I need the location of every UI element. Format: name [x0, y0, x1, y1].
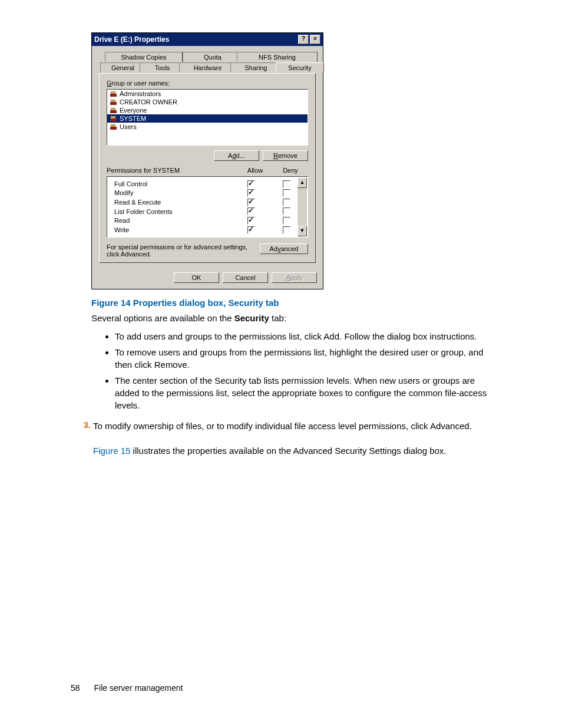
list-item[interactable]: CREATOR OWNER	[107, 98, 308, 106]
svg-rect-14	[110, 127, 117, 130]
list-item[interactable]: Everyone	[107, 106, 308, 114]
allow-checkbox[interactable]	[247, 180, 255, 188]
deny-checkbox[interactable]	[283, 180, 290, 188]
perm-row: Read	[107, 216, 308, 225]
group-icon	[110, 98, 117, 106]
svg-rect-5	[110, 102, 117, 105]
advanced-hint: For special permissions or for advanced …	[107, 243, 254, 258]
close-button[interactable]: ×	[310, 35, 320, 44]
perm-row: Full Control	[107, 179, 308, 189]
bullet-item: The center section of the Security tab l…	[115, 374, 491, 411]
bullet-list: To add users and groups to the permissio…	[103, 330, 491, 411]
svg-point-7	[113, 108, 116, 111]
svg-point-13	[113, 124, 116, 127]
deny-checkbox[interactable]	[283, 217, 290, 225]
svg-rect-2	[110, 94, 117, 97]
perm-row: Write	[107, 225, 308, 235]
group-user-label: Group or user names:	[107, 80, 308, 87]
deny-checkbox[interactable]	[283, 199, 290, 206]
perm-row: List Folder Contents	[107, 207, 308, 216]
section-name: File server management	[94, 683, 183, 693]
svg-rect-11	[110, 118, 117, 121]
perm-row: Read & Execute	[107, 197, 308, 207]
add-button[interactable]: Add...	[214, 150, 259, 161]
allow-checkbox[interactable]	[247, 226, 255, 234]
svg-rect-8	[110, 110, 117, 113]
svg-point-1	[113, 91, 116, 94]
page-number: 58	[71, 683, 80, 693]
security-panel: Group or user names: Administrators CREA…	[99, 73, 316, 263]
deny-checkbox[interactable]	[283, 207, 290, 215]
group-icon	[110, 90, 117, 97]
scroll-down-icon[interactable]: ▼	[297, 226, 307, 236]
list-item[interactable]: SYSTEM	[107, 114, 308, 123]
allow-checkbox[interactable]	[247, 199, 255, 206]
help-button[interactable]: ?	[298, 35, 309, 44]
allow-checkbox[interactable]	[247, 207, 255, 215]
tab-hardware[interactable]: Hardware	[179, 62, 236, 73]
tab-general[interactable]: General	[100, 62, 146, 73]
deny-checkbox[interactable]	[283, 226, 290, 234]
scroll-up-icon[interactable]: ▲	[297, 177, 307, 188]
page-footer: 58 File server management	[71, 683, 183, 693]
remove-button[interactable]: Remove	[263, 150, 308, 161]
group-icon	[110, 123, 117, 130]
cancel-button[interactable]: Cancel	[223, 272, 268, 283]
tab-tools[interactable]: Tools	[140, 62, 185, 73]
allow-checkbox[interactable]	[247, 189, 255, 197]
user-list[interactable]: Administrators CREATOR OWNER Everyone SY…	[107, 89, 308, 146]
figure-link[interactable]: Figure 15	[93, 446, 130, 456]
permissions-header: Permissions for SYSTEM Allow Deny	[107, 167, 308, 174]
group-icon	[110, 115, 117, 122]
tab-shadow-copies[interactable]: Shadow Copies	[105, 52, 183, 62]
svg-point-10	[113, 116, 116, 119]
perm-row: Modify	[107, 189, 308, 198]
bullet-item: To add users and groups to the permissio…	[115, 330, 491, 342]
dialog-title: Drive E (E:) Properties	[94, 35, 297, 44]
ordered-step: 3. To modify ownership of files, or to m…	[71, 420, 491, 457]
allow-checkbox[interactable]	[247, 217, 255, 225]
list-item[interactable]: Users	[107, 123, 308, 131]
tab-quota[interactable]: Quota	[183, 52, 243, 62]
ok-button[interactable]: OK	[174, 272, 219, 283]
tab-security[interactable]: Security	[276, 62, 324, 73]
permissions-list: Full Control Modify Read & Execute	[107, 176, 308, 238]
tab-sharing[interactable]: Sharing	[230, 62, 282, 73]
svg-point-4	[113, 100, 116, 103]
scrollbar[interactable]: ▲ ▼	[297, 177, 307, 236]
tab-strip: Shadow Copies Quota NFS Sharing General …	[100, 52, 315, 73]
apply-button[interactable]: Apply	[272, 272, 317, 283]
group-icon	[110, 107, 117, 114]
properties-dialog: Drive E (E:) Properties ? × Shadow Copie…	[91, 32, 323, 289]
list-item[interactable]: Administrators	[107, 90, 308, 98]
tab-nfs-sharing[interactable]: NFS Sharing	[237, 52, 318, 62]
advanced-button[interactable]: Advanced	[260, 243, 308, 254]
figure-caption: Figure 14 Properties dialog box, Securit…	[91, 298, 503, 308]
bullet-item: To remove users and groups from the perm…	[115, 346, 491, 371]
intro-paragraph: Several options are available on the Sec…	[91, 312, 491, 324]
deny-checkbox[interactable]	[283, 189, 290, 197]
dialog-titlebar: Drive E (E:) Properties ? ×	[92, 33, 323, 46]
